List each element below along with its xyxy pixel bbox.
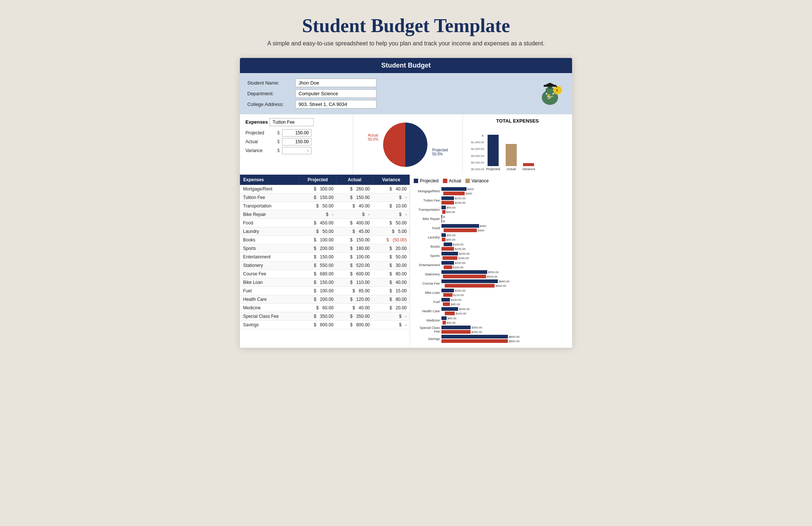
cell-name: Bike Repair bbox=[240, 210, 299, 219]
cell-actual: $ 350.00 bbox=[337, 312, 373, 321]
act-bar-rect bbox=[441, 339, 508, 343]
hbar-label: Food bbox=[414, 226, 440, 230]
actual-dollar: $ bbox=[277, 139, 280, 144]
col-expenses: Expenses bbox=[240, 175, 299, 185]
hbar-bars: $-$- bbox=[441, 215, 445, 223]
proj-bar: $350.00 bbox=[441, 326, 482, 329]
proj-bar-rect bbox=[441, 261, 454, 265]
cell-variance: $ 40.00 bbox=[373, 185, 410, 193]
proj-bar-rect bbox=[441, 252, 458, 255]
proj-value-label: $450 bbox=[479, 224, 486, 228]
legend-actual-dot bbox=[443, 179, 447, 183]
proj-value-label: $60.00 bbox=[447, 317, 456, 320]
student-icon: $ $ bbox=[535, 79, 565, 109]
act-bar-rect bbox=[441, 330, 471, 334]
hbar-label: Bike Loan bbox=[414, 291, 440, 295]
proj-bar-rect bbox=[441, 206, 445, 209]
hbar-row: Savings$800.00$800.00 bbox=[414, 335, 568, 343]
hbar-label: Health Care bbox=[414, 309, 440, 313]
cell-variance: $ 30.00 bbox=[373, 261, 410, 270]
proj-value-label: $550.00 bbox=[487, 271, 499, 274]
projected-input[interactable] bbox=[282, 129, 312, 137]
act-bar: $150.00 bbox=[441, 247, 465, 251]
cell-projected: $ 200.00 bbox=[299, 244, 336, 253]
name-input[interactable] bbox=[295, 79, 376, 87]
page-title: Student Budget Template bbox=[302, 15, 510, 37]
cell-name: Fuel bbox=[240, 287, 299, 295]
cell-name: Sports bbox=[240, 244, 299, 253]
act-bar: $40.00 bbox=[442, 210, 455, 214]
act-bar-rect bbox=[443, 321, 446, 324]
variance-input[interactable] bbox=[282, 147, 312, 154]
table-row: Course Fee $ 680.00 $ 600.00 $ 80.00 bbox=[240, 270, 410, 278]
dept-row: Department: bbox=[247, 89, 376, 98]
proj-bar-rect bbox=[441, 316, 447, 320]
summary-section: Expenses Projected $ Actual $ Variance $ bbox=[240, 114, 572, 175]
dept-input[interactable] bbox=[295, 89, 376, 98]
legend-actual-label: Actual bbox=[449, 178, 461, 183]
act-value-label: $110.00 bbox=[453, 293, 464, 297]
actual-input[interactable] bbox=[282, 138, 312, 145]
proj-bar: $800.00 bbox=[441, 335, 519, 338]
table-row: Food $ 450.00 $ 400.00 $ 50.00 bbox=[240, 219, 410, 227]
cell-variance: $ 50.00 bbox=[373, 219, 410, 227]
proj-bar: $60.00 bbox=[441, 316, 456, 320]
act-bar-rect bbox=[442, 238, 445, 241]
address-input[interactable] bbox=[295, 100, 376, 109]
expenses-label: Expenses bbox=[245, 119, 268, 125]
table-row: Bike Loan $ 150.00 $ 110.00 $ 40.00 bbox=[240, 278, 410, 287]
hbar-row: Bike Loan$150.00$110.00 bbox=[414, 289, 568, 297]
proj-value-label: $680.00 bbox=[498, 280, 509, 283]
actual-bar-label: Actual bbox=[507, 167, 516, 171]
act-value-label: $100.00 bbox=[452, 266, 464, 269]
act-bar-rect bbox=[443, 302, 450, 306]
expense-type-input[interactable] bbox=[269, 118, 314, 126]
act-bar: $600.00 bbox=[445, 284, 506, 288]
hbar-label: Sports bbox=[414, 254, 440, 258]
col-actual: Actual bbox=[337, 175, 373, 185]
header-title: Student Budget bbox=[381, 62, 431, 69]
actual-row: Actual $ bbox=[245, 138, 347, 145]
cell-name: Entertainment bbox=[240, 253, 299, 261]
spreadsheet-container: Student Budget Student Name: Department:… bbox=[240, 58, 572, 348]
act-bar-rect bbox=[445, 312, 455, 315]
hbar-row: Stationery$550.00$520.00 bbox=[414, 270, 568, 278]
proj-value-label: $150.00 bbox=[454, 197, 465, 200]
hbar-label: Tuition Fee bbox=[414, 199, 440, 202]
svg-marker-10 bbox=[544, 83, 556, 86]
cell-variance: $ 20.00 bbox=[373, 304, 410, 312]
table-row: Bike Repair $ - $ - $ - bbox=[240, 210, 410, 219]
act-bar-rect bbox=[445, 284, 495, 288]
svg-point-8 bbox=[553, 93, 554, 94]
cell-name: Mortgage/Rent bbox=[240, 185, 299, 193]
proj-value-label: $350.00 bbox=[471, 326, 482, 329]
act-value-label: $180.00 bbox=[457, 257, 469, 260]
cell-projected: $ 300.00 bbox=[299, 185, 336, 193]
hbar-bars: $150.00$150.00 bbox=[441, 196, 465, 204]
cell-projected: $ 100.00 bbox=[299, 287, 336, 295]
proj-bar: $450 bbox=[441, 224, 486, 228]
proj-bar-rect bbox=[441, 233, 445, 237]
act-bar: $150.00 bbox=[441, 201, 465, 204]
proj-bar: $150.00 bbox=[441, 196, 465, 200]
cell-projected: $ 800.00 bbox=[299, 321, 336, 329]
cell-name: Laundry bbox=[240, 227, 299, 236]
hbar-label: Entertainment bbox=[414, 263, 440, 267]
act-bar: $- bbox=[441, 219, 445, 223]
act-value-label: $150.00 bbox=[454, 247, 465, 251]
table-row: Health Care $ 200.00 $ 120.00 $ 80.00 bbox=[240, 295, 410, 304]
cell-name: Tuition Fee bbox=[240, 193, 299, 202]
cell-actual: $ 600.00 bbox=[337, 270, 373, 278]
hbar-bars: $50.00$40.00 bbox=[441, 206, 455, 214]
hbar-label: Course Fee bbox=[414, 282, 440, 285]
table-row: Books $ 100.00 $ 150.00 $ (50.00) bbox=[240, 236, 410, 244]
student-fields: Student Name: Department: College Addres… bbox=[247, 79, 376, 109]
hbar-row: Laundry$50.00$45.00 bbox=[414, 233, 568, 241]
act-value-label: $520.00 bbox=[486, 275, 498, 278]
cell-actual: $ 85.00 bbox=[337, 287, 373, 295]
hbar-label: Fuel bbox=[414, 300, 440, 304]
proj-bar: $680.00 bbox=[441, 279, 509, 283]
projected-bar-label: Projected bbox=[486, 167, 500, 171]
cell-variance: $ 10.00 bbox=[373, 202, 410, 210]
act-bar-rect bbox=[443, 275, 486, 278]
